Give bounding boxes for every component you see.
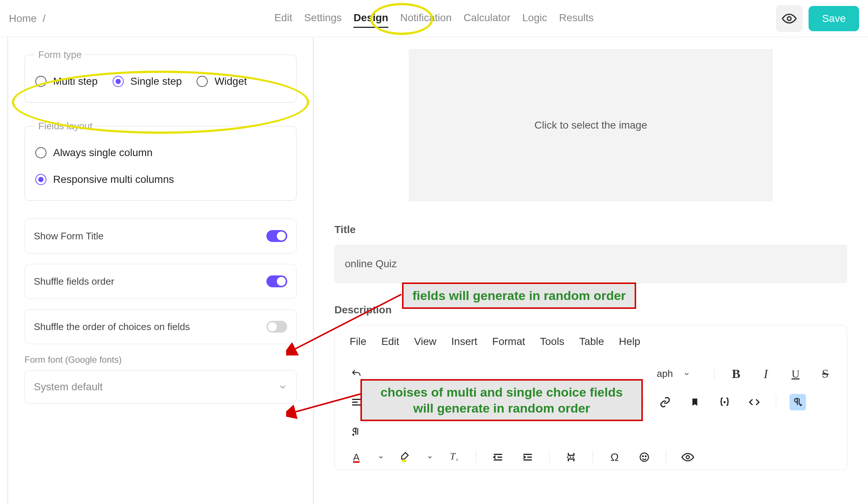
breadcrumb-home[interactable]: Home (9, 13, 37, 25)
link-button[interactable] (657, 394, 673, 410)
link-icon (660, 397, 671, 408)
indent-button[interactable] (519, 449, 536, 465)
tab-logic[interactable]: Logic (522, 9, 547, 28)
bookmark-icon (690, 397, 700, 408)
radio-widget[interactable]: Widget (197, 75, 247, 87)
image-dropzone[interactable]: Click to select the image (409, 49, 773, 201)
toggle-shuffle-fields-switch[interactable] (266, 275, 287, 287)
chevron-down-icon (278, 382, 287, 391)
menu-edit[interactable]: Edit (381, 336, 399, 348)
tab-design[interactable]: Design (354, 9, 388, 28)
radio-multi-step[interactable]: Multi step (35, 75, 98, 87)
editor-menubar: FileEditViewInsertFormatToolsTableHelp (335, 325, 847, 358)
menu-tools[interactable]: Tools (540, 336, 564, 348)
pilcrow-rtl-icon (351, 426, 362, 437)
ltr-button[interactable] (790, 394, 806, 410)
omega-icon: Ω (610, 451, 619, 463)
menu-help[interactable]: Help (619, 336, 641, 348)
chevron-down-icon (683, 371, 690, 377)
highlight-icon (400, 452, 411, 463)
tab-calculator[interactable]: Calculator (463, 9, 510, 28)
highlight-color-button[interactable] (397, 449, 414, 465)
page-break-button[interactable] (563, 449, 579, 465)
fields-layout-legend: Fields layout (35, 120, 95, 132)
tab-notification[interactable]: Notification (400, 9, 452, 28)
bold-button[interactable]: B (728, 366, 744, 382)
font-select-value: System default (34, 381, 103, 393)
italic-button[interactable]: I (758, 366, 774, 382)
toggle-show-title-switch[interactable] (266, 230, 287, 242)
svg-point-50 (645, 456, 647, 457)
save-button[interactable]: Save (809, 6, 859, 31)
editor-toolbar-row3: A T× Ω (335, 445, 847, 470)
svg-point-49 (642, 456, 644, 457)
title-label: Title (334, 224, 847, 236)
title-input[interactable] (334, 245, 847, 283)
preview-button[interactable] (776, 5, 803, 32)
fields-layout-group: Fields layout Always single columnRespon… (25, 120, 297, 201)
emoji-button[interactable] (636, 449, 652, 465)
main-tabs: EditSettingsDesignNotificationCalculator… (274, 9, 594, 28)
bookmark-button[interactable] (687, 394, 703, 410)
eye-icon (782, 11, 797, 26)
clear-format-button[interactable]: T× (446, 449, 463, 465)
source-code-button[interactable] (746, 394, 762, 410)
chevron-down-icon[interactable] (427, 454, 433, 460)
eye-icon (681, 451, 694, 463)
menu-view[interactable]: View (414, 336, 436, 348)
toggle-show-title: Show Form Title (25, 219, 297, 253)
toggle-shuffle-choices-switch[interactable] (266, 321, 287, 333)
radio-single-step[interactable]: Single step (113, 75, 182, 87)
undo-icon (351, 368, 362, 379)
block-format-value: aph (657, 368, 673, 379)
code-icon (749, 397, 760, 408)
preview-doc-button[interactable] (680, 449, 696, 465)
pilcrow-ltr-icon (792, 397, 803, 408)
block-format-select[interactable]: aph (646, 362, 701, 385)
toggle-shuffle-fields-label: Shuffle fields order (34, 276, 114, 287)
toggle-show-title-label: Show Form Title (34, 230, 104, 242)
emoji-icon (639, 452, 650, 463)
chevron-down-icon[interactable] (378, 454, 384, 460)
svg-point-33 (724, 402, 725, 403)
outdent-button[interactable] (490, 449, 506, 465)
underline-button[interactable]: U (787, 366, 804, 382)
tab-settings[interactable]: Settings (304, 9, 341, 28)
clear-format-icon: T× (450, 451, 459, 463)
breadcrumb: Home / (9, 13, 45, 25)
annotation-callout-shuffle-choices: choises of multi and single choice field… (360, 379, 643, 421)
radio-always-single-column[interactable]: Always single column (35, 147, 286, 159)
annotation-callout-shuffle-fields: fields will generate in random order (402, 282, 636, 309)
form-type-group: Form type Multi stepSingle stepWidget (25, 49, 297, 103)
toggle-shuffle-choices-label: Shuffle the order of choices on fields (34, 321, 190, 333)
breadcrumb-sep: / (43, 13, 46, 25)
toggle-shuffle-choices: Shuffle the order of choices on fields (25, 309, 297, 344)
tab-results[interactable]: Results (559, 9, 593, 28)
code-sample-button[interactable] (716, 394, 733, 410)
text-color-icon: A (353, 452, 359, 463)
svg-point-51 (686, 456, 690, 459)
indent-icon (522, 452, 533, 463)
strike-button[interactable]: S (817, 366, 833, 382)
text-color-button[interactable]: A (348, 449, 365, 465)
code-braces-icon (719, 397, 730, 408)
special-char-button[interactable]: Ω (606, 449, 623, 465)
page-break-icon (566, 452, 577, 463)
font-label: Form font (Google fonts) (25, 355, 297, 365)
svg-point-0 (787, 17, 791, 20)
svg-point-48 (640, 453, 649, 462)
font-select[interactable]: System default (25, 370, 297, 404)
toggle-shuffle-fields: Shuffle fields order (25, 264, 297, 299)
menu-file[interactable]: File (350, 336, 366, 348)
rtl-button[interactable] (348, 424, 365, 440)
menu-table[interactable]: Table (579, 336, 604, 348)
menu-format[interactable]: Format (492, 336, 525, 348)
tab-edit[interactable]: Edit (274, 9, 292, 28)
form-type-legend: Form type (35, 49, 85, 61)
menu-insert[interactable]: Insert (451, 336, 477, 348)
radio-responsive-multi-columns[interactable]: Responsive multi columns (35, 174, 286, 185)
outdent-icon (492, 452, 503, 463)
